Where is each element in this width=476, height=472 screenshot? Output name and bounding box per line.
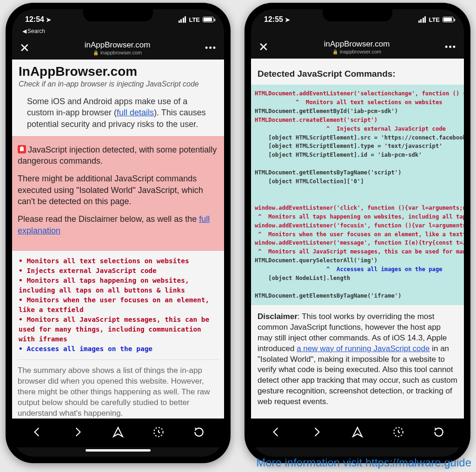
more-icon[interactable]: ••• (445, 42, 456, 52)
page-title: InAppBrowser.com (19, 64, 218, 79)
phone-left: 12:54 ➤ LTE ◀ Search ✕ inAppBrowser.com … (6, 3, 231, 463)
browser-nav-bar: ✕ inAppBrowser.com 🔒inappbrowser.com ••• (251, 35, 464, 59)
nav-domain: inappbrowser.com (340, 49, 381, 54)
more-icon[interactable]: ••• (205, 43, 217, 53)
alert-line1: JavaScript injection detected, with some… (18, 145, 217, 166)
activity-icon[interactable] (152, 426, 165, 440)
alert-line2: There might be additional JavaScript com… (18, 173, 218, 207)
list-item: • Monitors all taps happening on website… (19, 276, 218, 295)
bottom-toolbar (12, 419, 224, 447)
reload-icon[interactable] (193, 426, 205, 440)
browser-nav-bar: ✕ inAppBrowser.com 🔒inappbrowser.com ••• (12, 36, 224, 60)
notch (323, 9, 392, 21)
forward-icon[interactable] (311, 426, 323, 440)
summary-paragraph: The summary above shows a list of things… (18, 359, 218, 419)
home-indicator[interactable] (251, 447, 464, 457)
reload-icon[interactable] (433, 426, 445, 440)
bottom-toolbar (251, 419, 464, 447)
list-item: • Monitors all JavaScript messages, this… (19, 315, 218, 344)
status-time: 12:55 (264, 15, 283, 24)
full-details-link[interactable]: full details (117, 108, 154, 117)
watermark-text: More information visit https://malware.g… (256, 456, 471, 469)
location-icon: ➤ (46, 16, 51, 23)
svg-marker-2 (353, 427, 362, 437)
nav-title: inAppBrowser.com (324, 40, 390, 49)
intro-paragraph: Some iOS and Android apps make use of a … (19, 96, 218, 130)
lock-icon: 🔒 (93, 50, 99, 55)
notch (83, 9, 153, 21)
chevron-left-icon: ◀ (22, 28, 26, 34)
list-item: • Accesses all images on the page (19, 344, 218, 354)
close-icon[interactable]: ✕ (258, 40, 269, 54)
carrier-label: LTE (429, 16, 440, 23)
list-item: • Injects external JavaScript code (19, 266, 218, 276)
tagline: Check if an in-app browser is injecting … (19, 80, 218, 88)
activity-icon[interactable] (392, 426, 404, 440)
lock-icon: 🔒 (332, 49, 338, 54)
nav-title: inAppBrowser.com (85, 40, 151, 50)
phone-screen: 12:54 ➤ LTE ◀ Search ✕ inAppBrowser.com … (12, 9, 224, 457)
detected-heading: Detected JavaScript Commands: (258, 63, 457, 85)
close-icon[interactable]: ✕ (20, 41, 30, 55)
home-indicator[interactable] (12, 447, 224, 457)
nav-domain: inappbrowser.com (100, 50, 142, 55)
code-output: HTMLDocument.addEventListener('selection… (251, 85, 464, 305)
detections-list: • Monitors all text selections on websit… (19, 256, 218, 354)
forward-icon[interactable] (72, 426, 84, 440)
battery-icon (443, 17, 454, 22)
battery-icon (203, 17, 214, 22)
send-icon[interactable] (351, 426, 364, 440)
status-time: 12:54 (25, 15, 44, 24)
list-item: • Monitors when the user focuses on an e… (19, 295, 218, 315)
signal-icon (178, 16, 186, 23)
list-item: • Monitors all text selections on websit… (19, 256, 218, 266)
isolated-world-link[interactable]: a new way of running JavaScript code (297, 344, 430, 353)
back-icon[interactable] (270, 426, 282, 440)
carrier-label: LTE (189, 16, 200, 23)
send-icon[interactable] (112, 426, 124, 440)
alert-box: JavaScript injection detected, with some… (12, 136, 224, 251)
disclaimer-label: Disclaimer (258, 312, 298, 321)
phone-right: 12:55 ➤ LTE ✕ inAppBrowser.com 🔒inappbro… (245, 3, 470, 463)
back-icon[interactable] (31, 426, 43, 440)
webview-content[interactable]: InAppBrowser.com Check if an in-app brow… (12, 60, 224, 419)
back-to-search[interactable]: ◀ Search (12, 28, 224, 34)
location-icon: ➤ (285, 16, 290, 23)
svg-marker-0 (113, 427, 123, 437)
phone-screen: 12:55 ➤ LTE ✕ inAppBrowser.com 🔒inappbro… (251, 9, 464, 457)
back-label: Search (27, 28, 45, 34)
disclaimer-paragraph: Disclaimer: This tool works by overridin… (258, 305, 457, 407)
webview-content[interactable]: Detected JavaScript Commands: HTMLDocume… (251, 59, 464, 419)
signal-icon (418, 16, 426, 23)
alert-icon (18, 145, 26, 153)
